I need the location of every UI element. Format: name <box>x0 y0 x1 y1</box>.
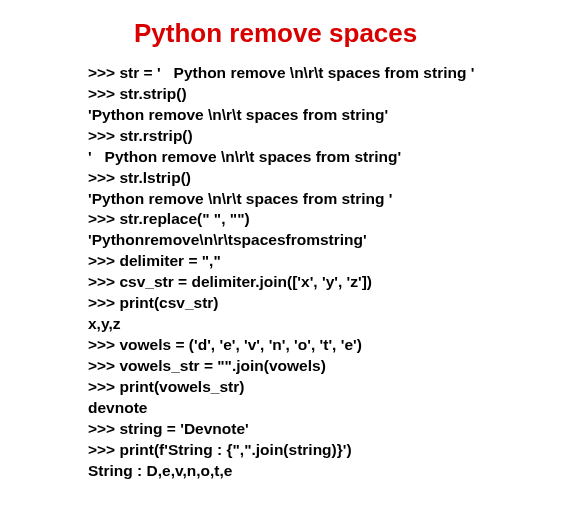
repl-prompt: >>> <box>88 419 119 440</box>
repl-prompt: >>> <box>88 63 119 84</box>
repl-output-text: ' Python remove \n\r\t spaces from strin… <box>88 148 401 165</box>
repl-input-line: >>> str = ' Python remove \n\r\t spaces … <box>88 63 522 84</box>
repl-output-line: x,y,z <box>88 314 522 335</box>
repl-output-text: 'Pythonremove\n\r\tspacesfromstring' <box>88 231 367 248</box>
repl-input-line: >>> delimiter = "," <box>88 251 522 272</box>
repl-prompt: >>> <box>88 335 119 356</box>
repl-prompt: >>> <box>88 293 119 314</box>
document-page: Python remove spaces >>> str = ' Python … <box>0 0 582 481</box>
repl-input-text: str = ' Python remove \n\r\t spaces from… <box>119 64 474 81</box>
repl-input-line: >>> string = 'Devnote' <box>88 419 522 440</box>
repl-input-line: >>> str.replace(" ", "") <box>88 209 522 230</box>
repl-prompt: >>> <box>88 126 119 147</box>
repl-input-text: string = 'Devnote' <box>119 420 248 437</box>
repl-output-text: x,y,z <box>88 315 120 332</box>
repl-input-text: delimiter = "," <box>119 252 220 269</box>
repl-input-line: >>> vowels_str = "".join(vowels) <box>88 356 522 377</box>
code-block: >>> str = ' Python remove \n\r\t spaces … <box>88 63 522 481</box>
repl-input-line: >>> print(csv_str) <box>88 293 522 314</box>
repl-output-line: String : D,e,v,n,o,t,e <box>88 461 522 482</box>
repl-output-text: String : D,e,v,n,o,t,e <box>88 462 232 479</box>
repl-prompt: >>> <box>88 272 119 293</box>
repl-output-line: ' Python remove \n\r\t spaces from strin… <box>88 147 522 168</box>
repl-input-line: >>> print(f'String : {",".join(string)}'… <box>88 440 522 461</box>
repl-input-text: vowels = ('d', 'e', 'v', 'n', 'o', 't', … <box>119 336 361 353</box>
repl-input-line: >>> print(vowels_str) <box>88 377 522 398</box>
repl-input-line: >>> vowels = ('d', 'e', 'v', 'n', 'o', '… <box>88 335 522 356</box>
repl-prompt: >>> <box>88 356 119 377</box>
repl-output-text: 'Python remove \n\r\t spaces from string… <box>88 190 393 207</box>
repl-prompt: >>> <box>88 84 119 105</box>
repl-prompt: >>> <box>88 168 119 189</box>
repl-prompt: >>> <box>88 251 119 272</box>
repl-output-line: 'Python remove \n\r\t spaces from string… <box>88 105 522 126</box>
repl-input-text: vowels_str = "".join(vowels) <box>119 357 325 374</box>
repl-output-line: devnote <box>88 398 522 419</box>
repl-input-text: str.rstrip() <box>119 127 192 144</box>
repl-prompt: >>> <box>88 377 119 398</box>
repl-input-line: >>> str.strip() <box>88 84 522 105</box>
repl-input-line: >>> str.lstrip() <box>88 168 522 189</box>
repl-input-text: str.strip() <box>119 85 186 102</box>
repl-prompt: >>> <box>88 440 119 461</box>
repl-output-line: 'Pythonremove\n\r\tspacesfromstring' <box>88 230 522 251</box>
repl-output-text: 'Python remove \n\r\t spaces from string… <box>88 106 388 123</box>
repl-input-line: >>> str.rstrip() <box>88 126 522 147</box>
repl-input-text: csv_str = delimiter.join(['x', 'y', 'z']… <box>119 273 372 290</box>
repl-input-text: print(f'String : {",".join(string)}') <box>119 441 351 458</box>
repl-output-line: 'Python remove \n\r\t spaces from string… <box>88 189 522 210</box>
repl-prompt: >>> <box>88 209 119 230</box>
repl-input-line: >>> csv_str = delimiter.join(['x', 'y', … <box>88 272 522 293</box>
repl-input-text: str.lstrip() <box>119 169 190 186</box>
repl-input-text: str.replace(" ", "") <box>119 210 249 227</box>
repl-input-text: print(vowels_str) <box>119 378 244 395</box>
repl-input-text: print(csv_str) <box>119 294 218 311</box>
page-title: Python remove spaces <box>134 18 522 49</box>
repl-output-text: devnote <box>88 399 147 416</box>
